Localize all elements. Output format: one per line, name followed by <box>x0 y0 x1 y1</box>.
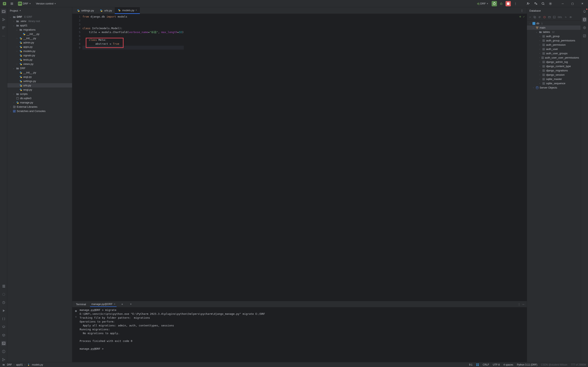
structure-tool-icon[interactable] <box>1 17 6 22</box>
terminal-tab-local[interactable]: Terminal <box>75 302 87 307</box>
code-content[interactable]: from django.db import models class Info(… <box>83 14 184 301</box>
notifications-icon[interactable] <box>582 9 587 14</box>
main-menu-icon[interactable] <box>9 1 15 7</box>
db-table[interactable]: ›auth_group_permissions <box>527 38 581 43</box>
tree-item[interactable]: urls.py <box>7 83 72 88</box>
tree-item[interactable]: ›apps.py <box>7 45 72 49</box>
code-line[interactable]: from django.db import models <box>83 15 184 18</box>
breadcrumb-item[interactable]: app01 <box>16 363 23 366</box>
chevron-icon[interactable]: › <box>9 106 12 108</box>
chevron-icon[interactable]: › <box>538 61 541 63</box>
breadcrumb-item[interactable]: models.py <box>32 363 43 366</box>
close-window-button[interactable]: ✕ <box>578 0 586 7</box>
chevron-icon[interactable]: › <box>532 87 535 89</box>
external-libraries[interactable]: › External Libraries <box>7 105 72 109</box>
problems-tool-icon[interactable] <box>1 349 6 354</box>
project-tool-icon[interactable] <box>1 9 6 14</box>
tree-root[interactable]: ⌄ DRF E:\DRF <box>7 15 72 19</box>
project-tree[interactable]: ⌄ DRF E:\DRF ›.venvlibrary root⌄app01⌄mi… <box>7 14 72 362</box>
terminal-dropdown-icon[interactable]: ▼ <box>128 301 134 307</box>
transaction-icon[interactable] <box>548 16 551 18</box>
add-datasource-icon[interactable]: ＋ <box>529 16 531 18</box>
chevron-icon[interactable]: › <box>12 20 15 22</box>
db-table[interactable]: ›django_content_type <box>527 64 581 68</box>
terminal-tab-manage[interactable]: manage.py@DRF× <box>90 302 117 307</box>
db-table[interactable]: ›auth_group <box>527 34 581 38</box>
code-line[interactable] <box>83 18 184 22</box>
tree-item[interactable]: signals.py <box>7 53 72 58</box>
tree-item[interactable]: ⌄migrations <box>7 27 72 32</box>
run-config-selector[interactable]: dj DRF ▼ <box>476 1 490 6</box>
add-terminal-icon[interactable]: ＋ <box>119 301 125 307</box>
filter-icon[interactable] <box>564 16 567 18</box>
tab-more-icon[interactable]: ⋮ <box>519 8 525 13</box>
code-line[interactable] <box>83 34 184 38</box>
chevron-icon[interactable]: › <box>16 37 18 39</box>
tree-item[interactable]: asgi.py <box>7 75 72 79</box>
chevron-icon[interactable]: › <box>538 74 541 76</box>
close-icon[interactable]: × <box>136 9 137 12</box>
tree-item[interactable]: ⌄DRF <box>7 66 72 70</box>
more-tools-icon[interactable]: ⋯ <box>1 33 6 38</box>
db-table[interactable]: ›auth_permission <box>527 43 581 47</box>
maximize-button[interactable]: ▢ <box>568 0 577 7</box>
chevron-icon[interactable]: › <box>538 44 541 46</box>
chevron-icon[interactable]: › <box>16 63 18 65</box>
db-tables-folder[interactable]: ⌄ tables 12 <box>527 30 581 34</box>
db-table[interactable]: ›django_migrations <box>527 68 581 73</box>
view-options-icon[interactable] <box>569 16 572 18</box>
search-icon[interactable] <box>540 1 546 7</box>
terminal-hide-icon[interactable]: ─ <box>522 303 524 306</box>
chevron-icon[interactable]: › <box>16 50 18 52</box>
file-encoding[interactable]: UTF-8 <box>493 363 500 366</box>
run-button[interactable] <box>492 1 497 6</box>
db-table[interactable]: ›django_session <box>527 73 581 77</box>
database-tree[interactable]: ⌄ db 1 ⌄ main ⌄ tables 12 ›auth_group›au… <box>527 20 581 362</box>
editor-tab[interactable]: urls.py <box>97 7 115 14</box>
db-table[interactable]: ›auth_user_user_permissions <box>527 56 581 60</box>
tree-item[interactable]: ›scripts <box>7 92 72 96</box>
terminal-tool-icon[interactable] <box>1 341 6 346</box>
python-console-icon[interactable] <box>1 317 6 321</box>
db-root[interactable]: ⌄ db 1 <box>527 21 581 25</box>
chevron-icon[interactable]: ⌄ <box>16 29 18 31</box>
chevron-icon[interactable]: › <box>538 40 541 42</box>
code-line[interactable]: title = models.CharField(verbose_name="标… <box>83 30 184 34</box>
stop-button[interactable] <box>505 1 511 6</box>
endpoints-tool-icon[interactable] <box>1 333 6 338</box>
db-table[interactable]: ›sqlite_master <box>527 77 581 81</box>
chevron-icon[interactable]: › <box>16 46 18 48</box>
translate-icon[interactable] <box>533 1 539 7</box>
chevron-icon[interactable]: ⌄ <box>532 27 535 29</box>
tree-item[interactable]: ›__init__.py <box>7 36 72 40</box>
close-session-icon[interactable]: ✕ <box>75 315 77 319</box>
code-line[interactable]: class Meta: <box>83 38 184 42</box>
tree-item[interactable]: db.sqlite3 <box>7 96 72 100</box>
database-tool-icon[interactable] <box>582 17 587 22</box>
tree-item[interactable]: settings.py <box>7 79 72 83</box>
db-table[interactable]: ›sqlite_sequence <box>527 81 581 85</box>
line-separator[interactable]: CRLF <box>483 363 489 366</box>
python-packages-icon[interactable] <box>1 292 6 297</box>
chevron-icon[interactable]: ⌄ <box>9 16 12 18</box>
inspect-scope-icon[interactable]: ⊖ <box>520 15 521 18</box>
close-icon[interactable]: × <box>114 302 115 306</box>
vcs-selector[interactable]: Version control ▼ <box>34 1 58 6</box>
code-line[interactable] <box>83 46 184 50</box>
chevron-icon[interactable]: › <box>12 102 15 104</box>
editor-tab[interactable]: models.py× <box>115 7 140 14</box>
vcs-tool-icon[interactable] <box>1 357 6 362</box>
db-schema[interactable]: ⌄ main <box>527 25 581 30</box>
tree-item[interactable]: ⌄app01 <box>7 23 72 27</box>
code-line[interactable] <box>83 22 184 26</box>
editor-tab[interactable]: settings.py <box>74 7 97 14</box>
db-table[interactable]: ›auth_user_groups <box>527 51 581 56</box>
db-server-objects[interactable]: › Server Objects <box>527 85 581 90</box>
tree-item[interactable]: ›views.py <box>7 62 72 66</box>
chevron-icon[interactable]: › <box>538 35 541 37</box>
tree-item[interactable]: __init__.py <box>7 70 72 75</box>
ddl-label[interactable]: DDL <box>558 16 562 18</box>
stop-process-icon[interactable]: ■ <box>75 309 77 313</box>
memory-indicator[interactable]: 777 of 2990M <box>571 363 586 366</box>
code-line[interactable]: class Info(models.Model): <box>83 26 184 30</box>
